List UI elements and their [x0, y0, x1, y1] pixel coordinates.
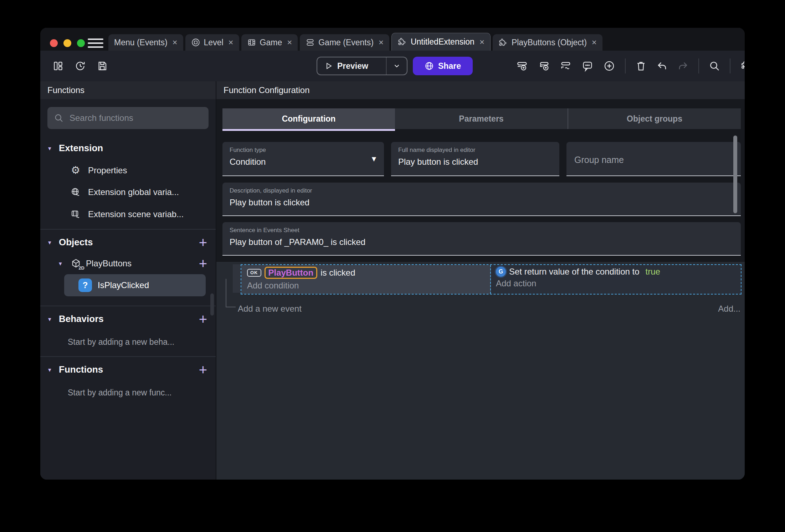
add-action-link[interactable]: Add action	[496, 278, 735, 288]
conditions-cell[interactable]: OK PlayButton is clicked Add condition	[241, 265, 491, 294]
delete-icon[interactable]	[635, 60, 647, 72]
full-name-field[interactable]: Full name displayed in editor Play butto…	[391, 142, 559, 176]
sidebar-item-properties[interactable]: ⚙ Properties	[40, 165, 216, 175]
close-icon[interactable]: ×	[592, 38, 597, 47]
search-icon[interactable]	[709, 60, 720, 72]
item-label: IsPlayClicked	[98, 280, 149, 290]
chevron-down-icon[interactable]: ▾	[48, 366, 56, 373]
tab-game[interactable]: Game ×	[241, 34, 298, 51]
tab-level[interactable]: Level ×	[185, 34, 239, 51]
function-type-select[interactable]: Function type Condition ▼	[222, 142, 384, 176]
toolbar-divider	[698, 58, 699, 73]
gdevelop-gear-icon: G	[496, 267, 506, 277]
section-divider	[40, 306, 216, 306]
tab-configuration[interactable]: Configuration	[222, 108, 395, 129]
toolbar-left-group	[52, 51, 108, 81]
edit-extension-icon[interactable]	[740, 60, 745, 72]
preview-dropdown-button[interactable]	[386, 57, 407, 75]
search-icon	[54, 113, 64, 123]
add-event-icon[interactable]	[516, 60, 528, 72]
add-condition-link[interactable]: Add condition	[247, 281, 484, 291]
preview-label: Preview	[337, 61, 368, 71]
editor-tabs: Menu (Events) × Level × Game ×	[108, 33, 602, 51]
condition-text: is clicked	[320, 268, 355, 278]
extension-section-header[interactable]: ▾ Extension	[40, 143, 216, 154]
zoom-window-button[interactable]	[77, 39, 85, 47]
group-name-field[interactable]	[566, 142, 741, 176]
item-label: Extension scene variab...	[88, 209, 184, 219]
sidebar-item-extension-scene-variables[interactable]: Extension scene variab...	[40, 209, 216, 220]
events-sheet-icon	[306, 38, 315, 47]
close-window-button[interactable]	[50, 39, 58, 47]
tab-playbuttons-object[interactable]: PlayButtons (Object) ×	[493, 34, 602, 51]
tab-object-groups[interactable]: Object groups	[568, 108, 741, 129]
add-comment-icon[interactable]	[581, 60, 594, 72]
tab-menu-events[interactable]: Menu (Events) ×	[108, 34, 183, 51]
panels-layout-icon[interactable]	[52, 60, 64, 72]
tab-label: Menu (Events)	[114, 38, 168, 47]
section-divider	[40, 356, 216, 357]
tab-game-events[interactable]: Game (Events) ×	[300, 34, 389, 51]
sidebar-item-isplayclicked[interactable]: ? IsPlayClicked	[64, 274, 206, 296]
add-function-button[interactable]: +	[199, 363, 207, 377]
preview-button[interactable]: Preview	[317, 57, 407, 75]
close-icon[interactable]: ×	[287, 38, 292, 47]
history-icon[interactable]	[75, 60, 86, 72]
behaviors-section-header[interactable]: ▾ Behaviors +	[40, 313, 216, 324]
traffic-lights	[50, 39, 85, 47]
add-more-link[interactable]: Add...	[718, 304, 740, 314]
save-icon[interactable]	[97, 60, 108, 72]
tab-parameters[interactable]: Parameters	[395, 108, 568, 129]
main-menu-icon[interactable]	[88, 39, 103, 48]
sidebar-item-playbuttons[interactable]: ▾ 2D PlayButtons +	[40, 258, 216, 269]
close-icon[interactable]: ×	[479, 38, 484, 46]
add-other-event-icon[interactable]	[560, 60, 572, 72]
description-field[interactable]: Description, displayed in editor Play bu…	[222, 183, 741, 216]
sentence-value: Play button of _PARAM0_ is clicked	[230, 237, 734, 247]
add-object-function-button[interactable]: +	[199, 256, 207, 271]
search-functions-input[interactable]	[69, 113, 202, 123]
add-subevent-icon[interactable]	[538, 60, 550, 72]
close-icon[interactable]: ×	[379, 38, 384, 47]
close-icon[interactable]: ×	[229, 38, 234, 47]
chevron-down-icon[interactable]: ▾	[48, 145, 56, 152]
add-circle-icon[interactable]	[603, 60, 615, 72]
sidebar-scrollbar[interactable]	[210, 293, 214, 316]
sentence-field[interactable]: Sentence in Events Sheet Play button of …	[222, 222, 741, 256]
objects-section-header[interactable]: ▾ Objects +	[40, 237, 216, 248]
selected-event-row[interactable]: OK PlayButton is clicked Add condition G…	[241, 264, 742, 295]
group-name-input[interactable]	[574, 147, 734, 172]
share-label: Share	[438, 61, 461, 71]
item-label: Extension global varia...	[88, 187, 179, 197]
add-behavior-button[interactable]: +	[199, 312, 207, 326]
add-object-button[interactable]: +	[199, 235, 207, 250]
close-icon[interactable]: ×	[173, 38, 178, 47]
minimize-window-button[interactable]	[63, 39, 71, 47]
sidebar-item-extension-global-variables[interactable]: Extension global varia...	[40, 187, 216, 198]
actions-cell[interactable]: G Set return value of the condition to t…	[491, 265, 741, 294]
screenshot-stage: Menu (Events) × Level × Game ×	[0, 0, 785, 532]
search-functions-box	[47, 107, 209, 129]
add-new-event-link[interactable]: Add a new event	[238, 304, 302, 314]
chevron-down-icon[interactable]: ▾	[48, 239, 56, 246]
chevron-down-icon[interactable]: ▾	[59, 260, 67, 267]
content-area: Functions ▾ Extension ⚙	[40, 81, 745, 480]
event-tree-guide-line	[226, 279, 236, 307]
functions-sidebar: Functions ▾ Extension ⚙	[40, 81, 216, 480]
redo-icon[interactable]	[677, 60, 689, 72]
toolbar-divider	[625, 58, 626, 73]
item-label: Properties	[88, 165, 127, 175]
share-button[interactable]: Share	[413, 57, 473, 75]
chevron-down-icon[interactable]: ▾	[48, 316, 56, 323]
main-scrollbar[interactable]	[733, 135, 737, 213]
toolbar-divider	[730, 58, 730, 73]
selected-object-chip[interactable]: PlayButton	[265, 267, 318, 279]
functions-section-header[interactable]: ▾ Functions +	[40, 364, 216, 375]
window-tab-bar: Menu (Events) × Level × Game ×	[40, 28, 745, 51]
sidebar-body: ▾ Extension ⚙ Properties Extension globa…	[40, 99, 216, 480]
sidebar-title: Functions	[40, 81, 216, 99]
tab-untitled-extension[interactable]: UntitledExtension ×	[391, 33, 491, 51]
tab-label: Level	[204, 38, 224, 47]
undo-icon[interactable]	[656, 60, 668, 72]
scene-icon	[191, 38, 200, 47]
